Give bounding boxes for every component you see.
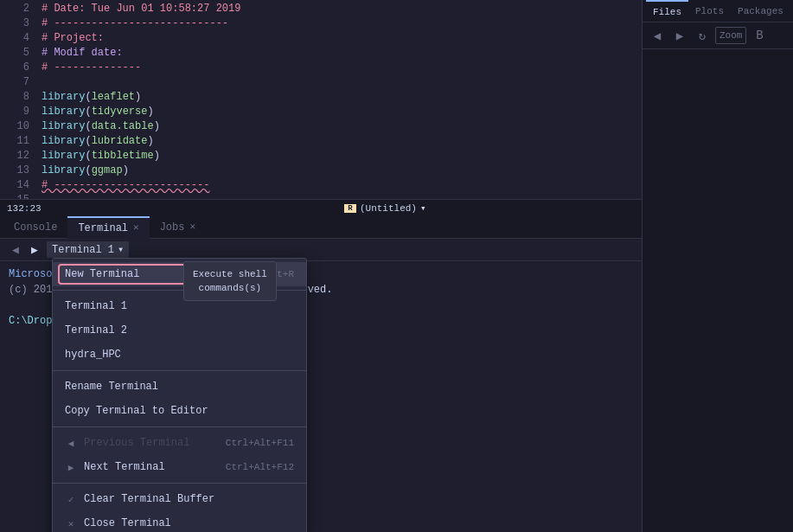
menu-icon-prev-terminal: ◀ — [65, 437, 77, 449]
line-number: 8 — [2, 90, 29, 105]
terminal-name-chevron: ▾ — [118, 243, 124, 256]
term-copyright: (c) 201 — [9, 284, 52, 296]
menu-item-prev-terminal: ◀Previous TerminalCtrl+Alt+F11 — [53, 431, 306, 455]
new-terminal-tooltip: Execute shell commands(s) — [183, 261, 277, 301]
nav-arrows: ◀ ▶ — [7, 241, 43, 259]
menu-separator — [53, 370, 306, 371]
packages-tab-label: Packages — [738, 6, 783, 16]
menu-item-rename[interactable]: Rename Terminal — [53, 375, 306, 399]
jobs-tab-close[interactable]: ✕ — [189, 222, 195, 232]
menu-label-hydra_hpc: hydra_HPC — [65, 349, 121, 361]
menu-label-clear: Clear Terminal Buffer — [84, 493, 214, 505]
line-number: 5 — [2, 46, 29, 61]
menu-label-next-terminal: Next Terminal — [84, 461, 165, 473]
menu-item-terminal2[interactable]: Terminal 2 — [53, 318, 306, 343]
filename-dropdown-icon[interactable]: ▾ — [420, 202, 426, 214]
line-number: 7 — [2, 75, 29, 90]
menu-label-terminal1: Terminal 1 — [65, 300, 127, 312]
menu-item-copy[interactable]: Copy Terminal to Editor — [53, 399, 306, 423]
menu-item-close[interactable]: ✕Close Terminal — [53, 511, 306, 532]
right-panel-toolbar: ◀ ▶ ↻ Zoom B — [643, 22, 793, 49]
tab-console[interactable]: Console — [3, 216, 67, 239]
right-tab-files[interactable]: Files — [646, 0, 688, 22]
line-number: 11 — [2, 134, 29, 149]
filename[interactable]: (Untitled) — [360, 203, 417, 214]
menu-item-clear[interactable]: ✓Clear Terminal Buffer — [53, 487, 306, 511]
file-type-icon: R — [344, 204, 356, 213]
menu-label-rename: Rename Terminal — [65, 381, 158, 393]
plots-tab-label: Plots — [695, 6, 724, 16]
menu-label-close: Close Terminal — [84, 517, 171, 529]
files-refresh-button[interactable]: ↻ — [693, 26, 712, 45]
menu-label-copy: Copy Terminal to Editor — [65, 405, 208, 417]
menu-icon-clear: ✓ — [65, 493, 77, 505]
export-button[interactable]: B — [750, 26, 769, 45]
jobs-tab-label: Jobs — [160, 221, 185, 234]
line-number: 14 — [2, 178, 29, 193]
zoom-button[interactable]: Zoom — [715, 27, 746, 44]
menu-label-prev-terminal: Previous Terminal — [84, 437, 189, 449]
right-tab-plots[interactable]: Plots — [688, 0, 731, 22]
tab-jobs[interactable]: Jobs ✕ — [150, 216, 206, 239]
terminal-name-dropdown[interactable]: Terminal 1 ▾ — [47, 241, 129, 258]
line-number: 4 — [2, 31, 29, 46]
terminal-back-arrow[interactable]: ◀ — [7, 241, 24, 259]
menu-item-next-terminal[interactable]: ▶Next TerminalCtrl+Alt+F12 — [53, 455, 306, 479]
cursor-position: 132:23 — [7, 203, 42, 214]
menu-separator — [53, 426, 306, 427]
tooltip-line1: Execute shell — [193, 267, 267, 281]
file-info: R (Untitled) ▾ — [344, 202, 426, 214]
menu-label-terminal2: Terminal 2 — [65, 324, 127, 337]
menu-shortcut-next-terminal: Ctrl+Alt+F12 — [226, 462, 294, 472]
menu-item-hydra_hpc[interactable]: hydra_HPC — [53, 343, 306, 367]
line-number: 10 — [2, 119, 29, 134]
files-forward-button[interactable]: ▶ — [670, 26, 689, 45]
line-number: 12 — [2, 149, 29, 163]
line-numbers: 23456789101112131415 — [0, 0, 35, 212]
menu-label-new-terminal: New Terminal — [65, 268, 139, 280]
console-tab-label: Console — [14, 221, 57, 234]
files-back-button[interactable]: ◀ — [648, 26, 667, 45]
files-tab-label: Files — [653, 7, 681, 17]
line-number: 6 — [2, 61, 29, 75]
term-ms-text: Microso — [9, 268, 52, 280]
line-number: 13 — [2, 163, 29, 178]
right-panel-tabs: Files Plots Packages — [643, 0, 793, 22]
menu-icon-close: ✕ — [65, 517, 77, 529]
terminal-tab-close[interactable]: ✕ — [133, 223, 139, 233]
terminal-forward-arrow[interactable]: ▶ — [26, 241, 43, 259]
right-panel: Files Plots Packages ◀ ▶ ↻ Zoom B — [642, 0, 793, 532]
menu-icon-next-terminal: ▶ — [65, 461, 77, 473]
tooltip-line2: commands(s) — [193, 281, 267, 295]
right-tab-packages[interactable]: Packages — [731, 0, 790, 22]
line-number: 2 — [2, 2, 29, 16]
menu-shortcut-prev-terminal: Ctrl+Alt+F11 — [226, 438, 294, 448]
tab-terminal[interactable]: Terminal ✕ — [67, 216, 149, 239]
terminal-name-label: Terminal 1 — [52, 244, 114, 256]
menu-separator — [53, 483, 306, 484]
line-number: 9 — [2, 105, 29, 119]
terminal-tab-label: Terminal — [78, 222, 128, 234]
line-number: 3 — [2, 16, 29, 31]
